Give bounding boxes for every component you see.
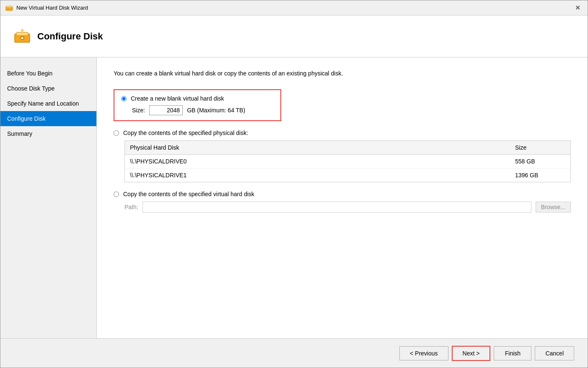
new-disk-radio[interactable] xyxy=(121,96,127,101)
title-bar-left: New Virtual Hard Disk Wizard xyxy=(5,4,88,12)
disk-table-container: Physical Hard Disk Size \\.\PHYSICALDRIV… xyxy=(124,140,571,182)
title-bar: New Virtual Hard Disk Wizard ✕ xyxy=(0,0,588,16)
header-section: Configure Disk xyxy=(0,16,588,57)
new-disk-label[interactable]: Create a new blank virtual hard disk xyxy=(131,95,224,102)
svg-rect-1 xyxy=(7,6,12,8)
path-row: Path: Browse... xyxy=(124,202,571,213)
size-unit: GB (Maximum: 64 TB) xyxy=(187,107,245,114)
svg-rect-5 xyxy=(16,32,28,36)
svg-point-7 xyxy=(21,37,23,39)
disk-table-header: Physical Hard Disk Size xyxy=(125,141,570,155)
main-content: You can create a blank virtual hard disk… xyxy=(97,57,588,338)
close-button[interactable]: ✕ xyxy=(572,3,583,13)
window-title: New Virtual Hard Disk Wizard xyxy=(16,5,88,11)
path-label: Path: xyxy=(124,204,138,210)
path-input[interactable] xyxy=(142,202,531,213)
sidebar-item-choose-disk-type[interactable]: Choose Disk Type xyxy=(0,81,96,96)
title-bar-icon xyxy=(5,4,13,12)
table-row[interactable]: \\.\PHYSICALDRIVE1 1396 GB xyxy=(125,168,570,182)
copy-vhd-section: Copy the contents of the specified virtu… xyxy=(114,191,571,213)
new-disk-radio-row: Create a new blank virtual hard disk xyxy=(121,95,274,102)
disk-size-1: 1396 GB xyxy=(515,172,565,179)
next-button[interactable]: Next > xyxy=(452,346,491,361)
sidebar-item-specify-name-location[interactable]: Specify Name and Location xyxy=(0,96,96,111)
size-row: Size: GB (Maximum: 64 TB) xyxy=(132,105,274,115)
cancel-button[interactable]: Cancel xyxy=(535,346,574,360)
header-icon xyxy=(14,28,31,45)
sidebar-item-configure-disk[interactable]: Configure Disk xyxy=(0,111,96,126)
disk-size-0: 558 GB xyxy=(515,158,565,165)
disk-name-0: \\.\PHYSICALDRIVE0 xyxy=(130,158,515,165)
finish-button[interactable]: Finish xyxy=(494,346,531,360)
disk-name-1: \\.\PHYSICALDRIVE1 xyxy=(130,172,515,179)
previous-button[interactable]: < Previous xyxy=(399,346,448,360)
copy-vhd-label[interactable]: Copy the contents of the specified virtu… xyxy=(123,191,254,197)
copy-physical-radio[interactable] xyxy=(114,130,119,136)
main-window: New Virtual Hard Disk Wizard ✕ Configure… xyxy=(0,0,588,368)
col-header-disk: Physical Hard Disk xyxy=(130,144,515,151)
copy-physical-section: Copy the contents of the specified physi… xyxy=(114,130,571,182)
sidebar-item-summary[interactable]: Summary xyxy=(0,126,96,141)
table-row[interactable]: \\.\PHYSICALDRIVE0 558 GB xyxy=(125,155,570,168)
copy-physical-radio-row: Copy the contents of the specified physi… xyxy=(114,130,571,136)
sidebar-item-before-you-begin[interactable]: Before You Begin xyxy=(0,66,96,81)
page-title: Configure Disk xyxy=(37,31,103,42)
size-input[interactable] xyxy=(149,105,183,115)
col-header-size: Size xyxy=(515,144,565,151)
svg-point-3 xyxy=(9,8,10,9)
description-text: You can create a blank virtual hard disk… xyxy=(114,70,571,77)
copy-physical-label[interactable]: Copy the contents of the specified physi… xyxy=(123,130,248,136)
copy-vhd-radio-row: Copy the contents of the specified virtu… xyxy=(114,191,571,197)
copy-vhd-radio[interactable] xyxy=(114,192,119,197)
browse-button[interactable]: Browse... xyxy=(536,202,571,213)
content-area: Before You Begin Choose Disk Type Specif… xyxy=(0,57,588,338)
footer: < Previous Next > Finish Cancel xyxy=(0,338,588,368)
new-disk-option-box: Create a new blank virtual hard disk Siz… xyxy=(114,89,281,121)
size-label: Size: xyxy=(132,107,145,114)
sidebar: Before You Begin Choose Disk Type Specif… xyxy=(0,57,97,338)
